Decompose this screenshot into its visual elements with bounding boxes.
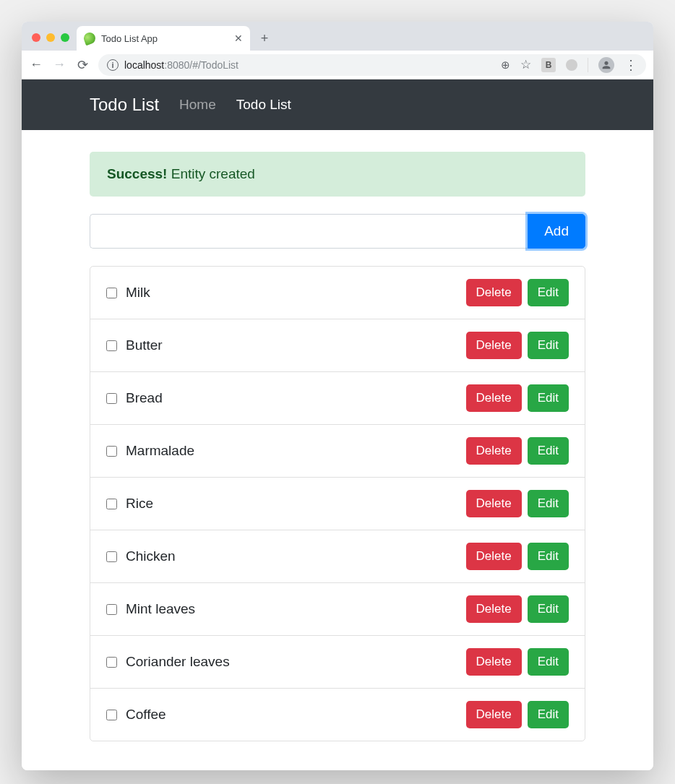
todo-checkbox[interactable] <box>106 604 117 615</box>
url-text: localhost:8080/#/TodoList <box>124 59 238 71</box>
minimize-window-button[interactable] <box>46 33 55 42</box>
delete-button[interactable]: Delete <box>466 437 522 465</box>
todo-item: ButterDeleteEdit <box>90 319 585 372</box>
todo-checkbox[interactable] <box>106 288 117 298</box>
delete-button[interactable]: Delete <box>466 279 522 306</box>
alert-strong: Success! <box>107 166 167 181</box>
close-window-button[interactable] <box>32 33 40 42</box>
new-item-input[interactable] <box>90 214 528 249</box>
todo-label: Coriander leaves <box>126 654 466 670</box>
todo-label: Bread <box>126 390 466 406</box>
site-info-icon[interactable]: i <box>107 59 119 71</box>
todo-checkbox[interactable] <box>106 340 117 351</box>
todo-checkbox[interactable] <box>106 710 117 720</box>
todo-label: Rice <box>126 496 466 512</box>
add-item-row: Add <box>90 214 585 249</box>
main-container: Success! Entity created Add MilkDeleteEd… <box>22 130 653 770</box>
todo-checkbox[interactable] <box>106 657 117 668</box>
success-alert: Success! Entity created <box>90 152 585 197</box>
todo-item: ChickenDeleteEdit <box>90 530 585 583</box>
todo-checkbox[interactable] <box>106 393 117 404</box>
leaf-icon <box>82 31 98 46</box>
forward-button[interactable]: → <box>52 57 66 72</box>
window-controls <box>27 33 77 51</box>
todo-item: RiceDeleteEdit <box>90 478 585 530</box>
add-button[interactable]: Add <box>528 214 585 249</box>
navbar-brand[interactable]: Todo List <box>90 95 159 115</box>
bookmark-star-icon[interactable]: ☆ <box>520 57 531 72</box>
browser-tab[interactable]: Todo List App ✕ <box>77 26 250 51</box>
todo-label: Marmalade <box>126 443 466 459</box>
alert-message: Entity created <box>171 166 255 181</box>
profile-avatar-icon[interactable] <box>598 57 614 73</box>
todo-list: MilkDeleteEditButterDeleteEditBreadDelet… <box>90 266 585 741</box>
delete-button[interactable]: Delete <box>466 648 522 676</box>
delete-button[interactable]: Delete <box>466 332 522 359</box>
page-content: Todo List HomeTodo List Success! Entity … <box>22 79 653 770</box>
back-button[interactable]: ← <box>29 57 43 72</box>
maximize-window-button[interactable] <box>61 33 69 42</box>
todo-label: Coffee <box>126 707 466 723</box>
tab-title: Todo List App <box>101 33 228 44</box>
todo-item: Coriander leavesDeleteEdit <box>90 636 585 689</box>
new-tab-button[interactable]: + <box>254 28 275 48</box>
edit-button[interactable]: Edit <box>528 279 569 306</box>
nav-link-home[interactable]: Home <box>179 97 216 113</box>
edit-button[interactable]: Edit <box>528 701 569 728</box>
delete-button[interactable]: Delete <box>466 543 522 570</box>
address-bar[interactable]: i localhost:8080/#/TodoList ⊕ ☆ B ⋮ <box>98 54 646 76</box>
extension-circle-icon[interactable] <box>566 59 577 71</box>
edit-button[interactable]: Edit <box>528 384 569 412</box>
todo-item: MilkDeleteEdit <box>90 267 585 319</box>
todo-label: Milk <box>126 285 466 301</box>
nav-link-todo-list[interactable]: Todo List <box>236 97 291 113</box>
reload-button[interactable]: ⟳ <box>75 57 90 73</box>
todo-item: CoffeeDeleteEdit <box>90 689 585 741</box>
browser-toolbar: ← → ⟳ i localhost:8080/#/TodoList ⊕ ☆ B … <box>22 51 653 79</box>
todo-item: Mint leavesDeleteEdit <box>90 583 585 636</box>
tab-bar: Todo List App ✕ + <box>22 22 653 51</box>
edit-button[interactable]: Edit <box>528 490 569 517</box>
edit-button[interactable]: Edit <box>528 543 569 570</box>
todo-checkbox[interactable] <box>106 446 117 457</box>
zoom-icon[interactable]: ⊕ <box>501 59 510 72</box>
edit-button[interactable]: Edit <box>528 648 569 676</box>
todo-checkbox[interactable] <box>106 551 117 562</box>
app-navbar: Todo List HomeTodo List <box>22 79 653 130</box>
delete-button[interactable]: Delete <box>466 701 522 728</box>
close-tab-button[interactable]: ✕ <box>234 33 243 44</box>
todo-item: BreadDeleteEdit <box>90 372 585 425</box>
edit-button[interactable]: Edit <box>528 595 569 623</box>
todo-label: Chicken <box>126 548 466 564</box>
edit-button[interactable]: Edit <box>528 332 569 359</box>
delete-button[interactable]: Delete <box>466 595 522 623</box>
todo-label: Butter <box>126 337 466 353</box>
delete-button[interactable]: Delete <box>466 384 522 412</box>
delete-button[interactable]: Delete <box>466 490 522 517</box>
todo-label: Mint leaves <box>126 601 466 617</box>
edit-button[interactable]: Edit <box>528 437 569 465</box>
toolbar-divider <box>588 58 588 72</box>
todo-item: MarmaladeDeleteEdit <box>90 425 585 478</box>
extension-icon[interactable]: B <box>541 58 556 72</box>
todo-checkbox[interactable] <box>106 499 117 509</box>
browser-window: Todo List App ✕ + ← → ⟳ i localhost:8080… <box>22 22 653 770</box>
